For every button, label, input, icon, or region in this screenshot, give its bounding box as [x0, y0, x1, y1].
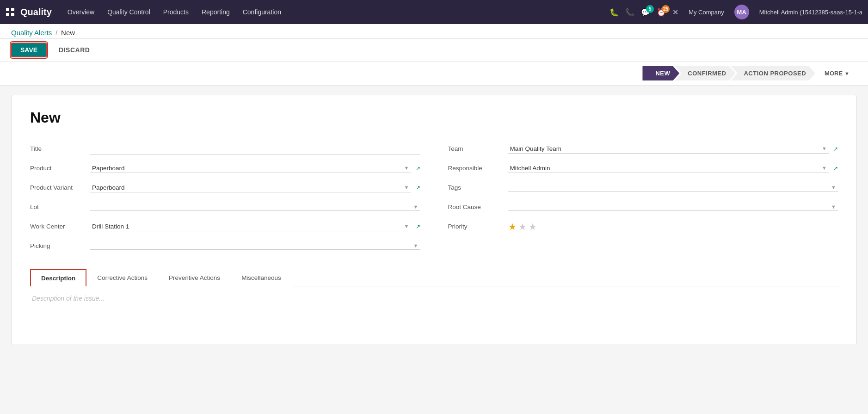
root-cause-select[interactable]: ▼: [508, 203, 838, 211]
product-label: Product: [30, 165, 90, 172]
form-card: New Title Product Paperboard: [11, 95, 857, 345]
svg-rect-2: [6, 13, 9, 16]
description-placeholder[interactable]: Description of the issue...: [32, 295, 836, 322]
company-name: My Company: [689, 9, 724, 16]
priority-label: Priority: [448, 223, 508, 230]
star-2[interactable]: ★: [518, 221, 527, 232]
team-value-wrap: Main Quality Team ▼ ↗: [508, 144, 838, 154]
top-navigation: Quality Overview Quality Control Product…: [0, 0, 868, 24]
close-icon[interactable]: ✕: [672, 8, 678, 17]
product-variant-select[interactable]: Paperboard ▼: [90, 183, 411, 192]
title-value-wrap: [90, 143, 420, 154]
breadcrumb-parent[interactable]: Quality Alerts: [11, 29, 52, 37]
responsible-select[interactable]: Mitchell Admin ▼: [508, 164, 829, 173]
description-area: Description of the issue...: [30, 286, 838, 331]
tags-row: Tags ▼: [448, 178, 838, 198]
team-chevron-icon: ▼: [822, 146, 827, 151]
picking-row: Picking ▼: [30, 236, 420, 256]
nav-configuration[interactable]: Configuration: [236, 8, 288, 16]
product-row: Product Paperboard ▼ ↗: [30, 159, 420, 178]
work-center-label: Work Center: [30, 223, 90, 230]
status-more-button[interactable]: MORE ▼: [817, 66, 857, 80]
product-variant-label: Product Variant: [30, 184, 90, 191]
action-bar: SAVE DISCARD: [0, 39, 868, 62]
product-select[interactable]: Paperboard ▼: [90, 164, 411, 173]
variant-external-link-icon[interactable]: ↗: [416, 185, 420, 191]
tags-select[interactable]: ▼: [508, 184, 838, 192]
picking-select[interactable]: ▼: [90, 242, 420, 250]
responsible-external-link-icon[interactable]: ↗: [833, 165, 838, 172]
clock-badge: 25: [662, 5, 670, 13]
responsible-row: Responsible Mitchell Admin ▼ ↗: [448, 159, 838, 178]
root-cause-row: Root Cause ▼: [448, 198, 838, 217]
responsible-chevron-icon: ▼: [822, 165, 827, 171]
nav-products[interactable]: Products: [157, 8, 195, 16]
status-steps: NEW CONFIRMED ACTION PROPOSED MORE ▼: [642, 66, 857, 80]
tab-description[interactable]: Description: [30, 269, 86, 286]
breadcrumb-separator: /: [55, 29, 57, 37]
product-variant-row: Product Variant Paperboard ▼ ↗: [30, 178, 420, 198]
status-step-action-proposed[interactable]: ACTION PROPOSED: [731, 66, 815, 80]
lot-label: Lot: [30, 204, 90, 210]
title-row: Title: [30, 139, 420, 159]
main-content: New Title Product Paperboard: [0, 86, 868, 354]
avatar[interactable]: MA: [734, 5, 749, 19]
work-center-value-wrap: Drill Station 1 ▼ ↗: [90, 222, 420, 231]
tab-miscellaneous[interactable]: Miscellaneous: [231, 269, 292, 286]
chat-icon[interactable]: 💬 5: [641, 8, 650, 17]
form-right-section: Team Main Quality Team ▼ ↗ Responsible: [448, 139, 838, 256]
breadcrumb-current: New: [61, 29, 75, 37]
status-step-new[interactable]: NEW: [642, 66, 679, 80]
chat-badge: 5: [646, 5, 654, 13]
form-title: New: [30, 109, 838, 126]
root-cause-chevron-icon: ▼: [831, 204, 836, 210]
team-external-link-icon[interactable]: ↗: [833, 146, 838, 152]
phone-icon[interactable]: 📞: [625, 8, 634, 17]
svg-rect-0: [6, 8, 9, 11]
root-cause-label: Root Cause: [448, 204, 508, 210]
nav-overview[interactable]: Overview: [61, 8, 101, 16]
picking-label: Picking: [30, 242, 90, 249]
tab-preventive-actions[interactable]: Preventive Actions: [158, 269, 231, 286]
tags-label: Tags: [448, 184, 508, 191]
title-label: Title: [30, 145, 90, 152]
bug-icon[interactable]: 🐛: [609, 8, 619, 17]
star-3[interactable]: ★: [529, 221, 537, 232]
status-bar: NEW CONFIRMED ACTION PROPOSED MORE ▼: [0, 62, 868, 86]
title-input[interactable]: [90, 143, 420, 154]
work-center-chevron-icon: ▼: [404, 223, 409, 229]
product-variant-value-wrap: Paperboard ▼ ↗: [90, 183, 420, 192]
lot-chevron-icon: ▼: [413, 204, 419, 210]
star-1[interactable]: ★: [508, 221, 517, 232]
lot-value-wrap: ▼: [90, 203, 420, 211]
picking-value-wrap: ▼: [90, 242, 420, 250]
team-label: Team: [448, 145, 508, 152]
discard-button[interactable]: DISCARD: [52, 43, 96, 56]
picking-chevron-icon: ▼: [413, 243, 419, 248]
chevron-down-icon: ▼: [844, 71, 850, 76]
form-tabs: Description Corrective Actions Preventiv…: [30, 269, 838, 286]
tab-corrective-actions[interactable]: Corrective Actions: [86, 269, 158, 286]
priority-value-wrap: ★ ★ ★: [508, 221, 838, 232]
responsible-value-wrap: Mitchell Admin ▼ ↗: [508, 164, 838, 173]
product-external-link-icon[interactable]: ↗: [416, 165, 420, 172]
team-row: Team Main Quality Team ▼ ↗: [448, 139, 838, 159]
root-cause-value-wrap: ▼: [508, 203, 838, 211]
svg-rect-3: [11, 13, 14, 16]
work-center-select[interactable]: Drill Station 1 ▼: [90, 222, 411, 231]
product-value-wrap: Paperboard ▼ ↗: [90, 164, 420, 173]
clock-icon[interactable]: ⏰ 25: [657, 8, 666, 17]
lot-select[interactable]: ▼: [90, 203, 420, 211]
nav-quality-control[interactable]: Quality Control: [101, 8, 157, 16]
priority-stars: ★ ★ ★: [508, 221, 537, 232]
work-center-external-link-icon[interactable]: ↗: [416, 223, 420, 230]
status-step-confirmed[interactable]: CONFIRMED: [675, 66, 735, 80]
app-title: Quality: [20, 7, 52, 18]
avatar-initials: MA: [737, 9, 746, 16]
form-left-section: Title Product Paperboard ▼ ↗: [30, 139, 420, 256]
user-name: Mitchell Admin (15412385-saas-15-1-a: [759, 9, 862, 16]
team-select[interactable]: Main Quality Team ▼: [508, 144, 829, 154]
save-button[interactable]: SAVE: [11, 43, 47, 57]
nav-reporting[interactable]: Reporting: [195, 8, 236, 16]
grid-menu-icon[interactable]: [6, 7, 15, 17]
